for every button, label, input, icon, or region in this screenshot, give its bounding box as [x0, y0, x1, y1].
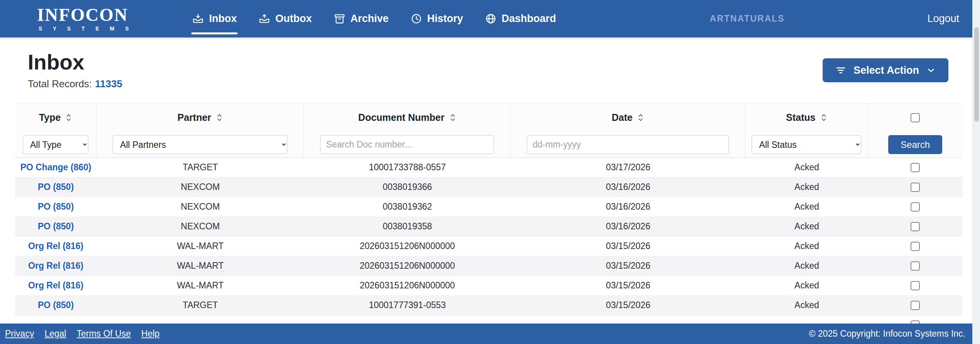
scrollbar-thumb[interactable] [974, 27, 979, 122]
infocon-logo: INFOCON S Y S T E M S [37, 6, 138, 32]
column-header-type[interactable]: Type [15, 103, 96, 132]
inbox-table: Type Partner Document Number Date Status [15, 103, 963, 335]
document-type-link[interactable]: PO Change (860) [20, 162, 91, 173]
nav-item-outbox[interactable]: Outbox [258, 0, 312, 37]
row-checkbox[interactable] [911, 281, 920, 290]
nav-label: Archive [351, 13, 389, 25]
total-records-label: Total Records: [28, 78, 92, 90]
partner-cell: NEXCOM [96, 217, 304, 236]
nav-label: Outbox [275, 13, 312, 25]
select-all-checkbox[interactable] [911, 113, 920, 122]
document-type-link[interactable]: PO (850) [38, 221, 74, 232]
date-cell: 03/15/2026 [511, 256, 746, 276]
doc-number-search-input[interactable] [320, 135, 494, 154]
nav-item-history[interactable]: History [410, 0, 463, 37]
search-button[interactable]: Search [888, 135, 942, 154]
column-header-partner[interactable]: Partner [96, 103, 304, 132]
chevron-down-icon [926, 65, 936, 75]
table-row: PO (850) NEXCOM 0038019362 03/16/2026 Ac… [15, 197, 963, 217]
nav-item-archive[interactable]: Archive [334, 0, 389, 37]
doc-number-cell: 202603151206N000000 [304, 276, 511, 295]
doc-number-cell: 0038019358 [304, 217, 511, 236]
status-cell: Acked [746, 256, 868, 276]
footer: Privacy Legal Terms Of Use Help © 2025 C… [0, 324, 972, 344]
select-action-button[interactable]: Select Action [823, 58, 948, 82]
table-header-row: Type Partner Document Number Date Status [15, 103, 963, 132]
inbox-icon [192, 13, 204, 25]
status-cell: Acked [746, 158, 868, 177]
partner-cell: NEXCOM [96, 178, 304, 197]
partner-cell: TARGET [96, 158, 304, 177]
table-row: Org Rel (816) WAL-MART 202603151206N0000… [15, 276, 963, 296]
row-checkbox[interactable] [911, 183, 920, 192]
document-type-link[interactable]: Org Rel (816) [28, 280, 83, 291]
scrollbar [972, 0, 980, 344]
footer-link-terms[interactable]: Terms Of Use [77, 329, 131, 339]
partner-cell: WAL-MART [96, 256, 304, 276]
date-cell: 03/16/2026 [511, 217, 746, 236]
row-checkbox[interactable] [911, 202, 920, 212]
footer-link-privacy[interactable]: Privacy [5, 329, 34, 339]
nav-label: Dashboard [502, 13, 556, 25]
date-cell: 03/16/2026 [511, 197, 746, 217]
status-filter-select[interactable]: All Status [752, 135, 861, 154]
doc-number-cell: 0038019362 [304, 197, 511, 217]
table-filter-row: All Type All Partners All Status Search [15, 132, 963, 158]
row-checkbox[interactable] [911, 301, 920, 310]
status-cell: Acked [746, 178, 868, 197]
date-cell: 03/16/2026 [511, 178, 746, 197]
doc-number-cell: 202603151206N000000 [304, 237, 511, 256]
doc-number-cell: 10001733788-0557 [304, 158, 511, 177]
type-filter-select[interactable]: All Type [23, 135, 88, 154]
nav-label: Inbox [209, 13, 237, 25]
partner-cell: NEXCOM [96, 197, 304, 217]
table-row: PO (850) TARGET 10001777391-0553 03/15/2… [15, 296, 963, 315]
column-header-date[interactable]: Date [511, 103, 746, 132]
nav-label: History [427, 13, 463, 25]
date-cell: 03/17/2026 [511, 158, 746, 177]
status-cell: Acked [746, 237, 868, 256]
column-header-status[interactable]: Status [746, 103, 868, 132]
archive-icon [334, 13, 346, 25]
table-row: Org Rel (816) WAL-MART 202603151206N0000… [15, 237, 963, 256]
row-checkbox[interactable] [911, 242, 920, 251]
table-body: PO Change (860) TARGET 10001733788-0557 … [15, 158, 963, 335]
history-icon [410, 13, 422, 25]
document-type-link[interactable]: Org Rel (816) [28, 241, 83, 251]
title-block: Inbox Total Records:11335 [28, 51, 122, 90]
document-type-link[interactable]: Org Rel (816) [28, 261, 83, 271]
document-type-link[interactable]: PO (850) [38, 182, 74, 192]
partner-cell: TARGET [96, 296, 304, 315]
footer-links: Privacy Legal Terms Of Use Help [5, 329, 160, 339]
document-type-link[interactable]: PO (850) [38, 202, 74, 212]
doc-number-cell: 0038019366 [304, 178, 511, 197]
date-cell: 03/15/2026 [511, 237, 746, 256]
sort-icon [449, 112, 456, 123]
footer-link-legal[interactable]: Legal [44, 329, 66, 339]
partner-filter-select[interactable]: All Partners [113, 135, 287, 154]
column-header-document-number[interactable]: Document Number [304, 103, 511, 132]
table-row: PO (850) NEXCOM 0038019358 03/16/2026 Ac… [15, 217, 963, 237]
sort-icon [65, 112, 72, 123]
outbox-icon [258, 13, 270, 25]
row-checkbox[interactable] [911, 222, 920, 231]
filter-icon [835, 64, 847, 76]
document-type-link[interactable]: PO (850) [38, 300, 74, 310]
main-nav: Inbox Outbox Archive [192, 0, 556, 37]
table-row: PO Change (860) TARGET 10001733788-0557 … [15, 158, 963, 178]
top-navbar: INFOCON S Y S T E M S Inbox Outbox [0, 0, 972, 37]
total-records-value: 11335 [95, 78, 122, 90]
sort-icon [820, 112, 827, 123]
globe-icon [485, 13, 497, 25]
sort-icon [637, 112, 644, 123]
footer-link-help[interactable]: Help [141, 329, 159, 339]
logout-button[interactable]: Logout [927, 13, 959, 25]
row-checkbox[interactable] [911, 261, 920, 271]
row-checkbox[interactable] [911, 163, 920, 172]
nav-item-dashboard[interactable]: Dashboard [485, 0, 556, 37]
date-filter-input[interactable] [527, 135, 729, 154]
app-window: INFOCON S Y S T E M S Inbox Outbox [0, 0, 972, 344]
page-title: Inbox [28, 51, 122, 74]
nav-item-inbox[interactable]: Inbox [192, 0, 237, 37]
status-cell: Acked [746, 197, 868, 217]
